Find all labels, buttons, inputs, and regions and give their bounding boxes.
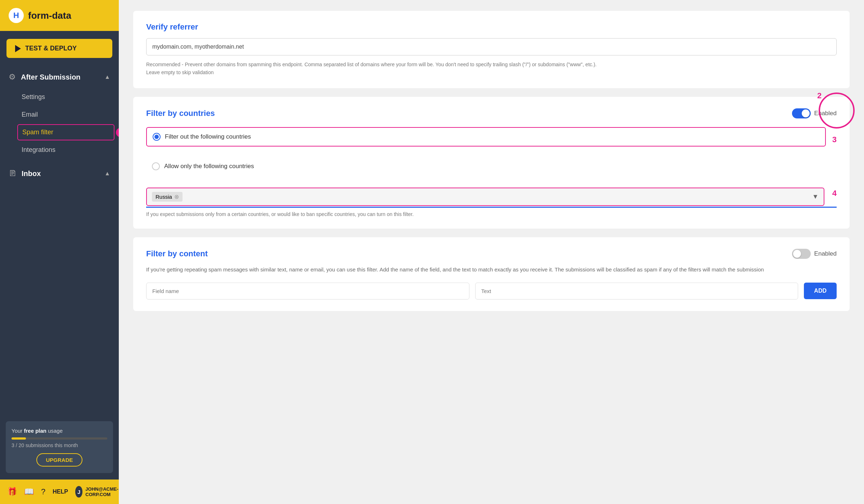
deploy-button[interactable]: TEST & DEPLOY — [6, 39, 112, 58]
plan-progress-fill — [12, 437, 26, 440]
chevron-up-icon: ▲ — [104, 74, 110, 80]
help-icon[interactable]: ? — [41, 487, 45, 496]
verify-referrer-title: Verify referrer — [146, 22, 837, 32]
radio-option1-wrapper: Filter out the following countries 3 — [146, 127, 837, 152]
content-toggle-container: Enabled — [792, 249, 837, 259]
plan-box: Your free plan usage 3 / 20 submissions … — [6, 421, 113, 473]
russia-tag: Russia ⊗ — [152, 192, 183, 202]
content-toggle[interactable] — [792, 249, 811, 259]
annotation-number-3: 3 — [832, 135, 837, 144]
remove-tag-icon[interactable]: ⊗ — [174, 193, 179, 200]
toggle-container: 2 Enabled — [792, 108, 837, 118]
filter-content-card: Filter by content Enabled If you're gett… — [133, 237, 850, 311]
dropdown-underline — [146, 207, 837, 208]
sidebar-item-email[interactable]: Email — [0, 106, 119, 123]
field-name-input[interactable] — [146, 283, 469, 300]
radio-label-2: Allow only the following countries — [164, 163, 254, 170]
play-icon — [15, 45, 21, 52]
plan-progress-bar — [12, 437, 107, 440]
filter-countries-header: Filter by countries 2 Enabled — [146, 108, 837, 118]
country-name: Russia — [156, 194, 172, 200]
countries-toggle-label: Enabled — [814, 110, 837, 117]
main-content: Verify referrer Recommended - Prevent ot… — [119, 0, 864, 504]
sidebar-logo: H form-data — [0, 0, 119, 31]
filter-countries-card: Filter by countries 2 Enabled Filter out… — [133, 97, 850, 229]
gift-icon[interactable]: 🎁 — [7, 487, 17, 496]
nav-section: ⚙ After Submission ▲ Settings Email Spam… — [0, 66, 119, 415]
chevron-down-icon: ▲ — [104, 170, 110, 177]
plan-text: Your free plan usage — [12, 428, 107, 434]
upgrade-button[interactable]: UPGRADE — [36, 453, 82, 467]
sidebar-footer: 🎁 📖 ? HELP J JOHN@ACME-CORP.COM ▼ — [0, 480, 119, 504]
text-input[interactable] — [475, 283, 798, 300]
countries-hint: If you expect submissions only from a ce… — [146, 211, 837, 217]
field-row: ADD — [146, 283, 837, 300]
radio-filter-out[interactable]: Filter out the following countries — [146, 127, 826, 147]
after-submission-items: Settings Email Spam filter Integrations — [0, 88, 119, 159]
sidebar: H form-data TEST & DEPLOY ⚙ After Submis… — [0, 0, 119, 504]
countries-dropdown[interactable]: Russia ⊗ ▼ — [146, 188, 824, 206]
gear-icon: ⚙ — [9, 72, 16, 82]
annotation-number-2: 2 — [817, 91, 822, 100]
inbox-icon: 🖹 — [9, 169, 17, 178]
sidebar-item-spam-filter[interactable]: Spam filter — [17, 124, 114, 140]
dropdown-arrow-icon[interactable]: ▼ — [812, 193, 819, 201]
inbox-group[interactable]: 🖹 Inbox ▲ — [0, 162, 119, 185]
verify-referrer-card: Verify referrer Recommended - Prevent ot… — [133, 11, 850, 88]
referrer-input[interactable] — [146, 38, 837, 55]
plan-count: 3 / 20 submissions this month — [12, 442, 107, 448]
help-label: HELP — [53, 489, 68, 495]
content-toggle-label: Enabled — [814, 250, 837, 257]
user-email: JOHN@ACME-CORP.COM — [85, 486, 122, 497]
radio-circle-2 — [152, 162, 160, 170]
user-avatar: J — [75, 486, 82, 498]
content-toggle-knob — [793, 250, 801, 258]
filter-content-title: Filter by content — [146, 249, 208, 258]
radio-label-1: Filter out the following countries — [165, 133, 251, 140]
radio-allow-only[interactable]: Allow only the following countries — [146, 157, 837, 175]
countries-wrapper: Russia ⊗ ▼ 4 — [146, 181, 837, 208]
filter-countries-title: Filter by countries — [146, 109, 215, 118]
book-icon[interactable]: 📖 — [24, 487, 34, 496]
sidebar-item-settings[interactable]: Settings — [0, 88, 119, 106]
annotation-number-4: 4 — [832, 189, 837, 198]
content-filter-desc: If you're getting repeating spam message… — [146, 265, 837, 274]
logo-text: form-data — [28, 10, 71, 21]
countries-row: Russia ⊗ ▼ 4 — [146, 181, 837, 206]
add-button[interactable]: ADD — [804, 283, 837, 299]
toggle-knob — [802, 109, 810, 117]
sidebar-item-integrations[interactable]: Integrations — [0, 141, 119, 159]
radio-circle-1 — [153, 133, 161, 141]
countries-toggle[interactable] — [792, 108, 811, 118]
referrer-hint: Recommended - Prevent other domains from… — [146, 60, 837, 77]
after-submission-group[interactable]: ⚙ After Submission ▲ — [0, 66, 119, 88]
logo-icon: H — [9, 8, 24, 23]
filter-content-header: Filter by content Enabled — [146, 249, 837, 259]
